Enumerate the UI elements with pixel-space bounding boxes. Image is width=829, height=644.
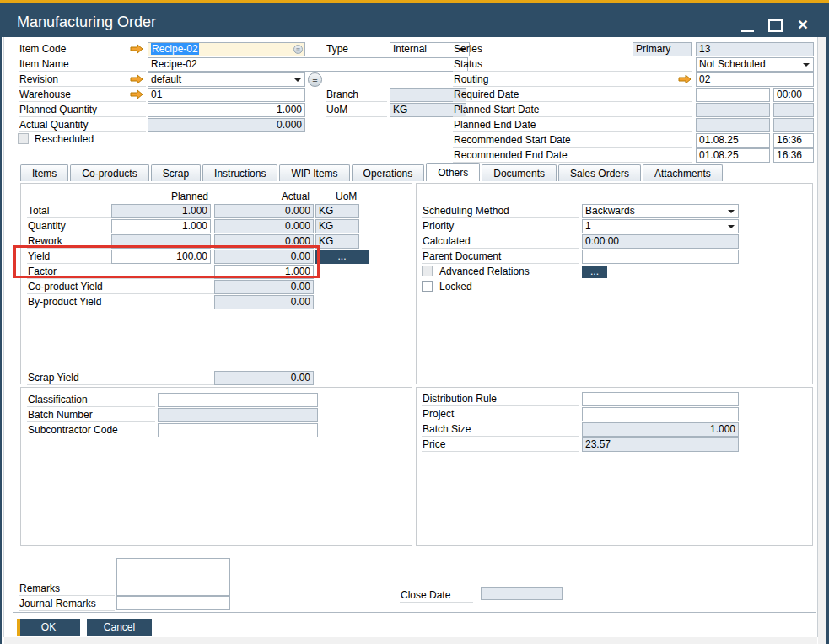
planned-end-date-label: Planned End Date [453, 118, 692, 132]
routing-label: Routing [453, 72, 692, 87]
minimize-button[interactable] [739, 17, 757, 34]
tab-instructions[interactable]: Instructions [202, 164, 277, 181]
actual-quantity-label: Actual Quantity [19, 118, 146, 132]
window-gutter-right [818, 37, 826, 644]
tab-documents[interactable]: Documents [482, 164, 557, 181]
tab-operations[interactable]: Operations [352, 164, 425, 181]
close-button[interactable]: ✕ [794, 17, 812, 34]
red-highlight-annotation [13, 245, 320, 278]
recommended-end-date-input[interactable]: 01.08.25 [696, 148, 770, 163]
link-arrow-icon[interactable] [130, 44, 143, 54]
actual-quantity-field: 0.000 [148, 118, 305, 132]
revision-edit-button[interactable]: ≡ [308, 72, 322, 87]
recommended-start-time-input[interactable]: 16:36 [773, 133, 814, 148]
tab-sales-orders[interactable]: Sales Orders [558, 164, 641, 181]
planned-end-time-field [773, 118, 814, 132]
required-date-input[interactable] [696, 88, 770, 102]
series-number-field: 13 [696, 42, 814, 56]
tab-co-products[interactable]: Co-products [70, 164, 148, 181]
revision-label: Revision [19, 72, 146, 87]
series-label: Series [453, 42, 630, 56]
required-time-input[interactable]: 00:00 [773, 88, 814, 102]
type-label: Type [326, 42, 387, 56]
recommended-end-date-label: Recommended End Date [453, 148, 692, 163]
window-gutter-bottom [4, 637, 817, 644]
window-inner-line-left [3, 37, 4, 637]
rescheduled-label: Rescheduled [35, 132, 94, 146]
tab-strip: Items Co-products Scrap Instructions WIP… [20, 163, 724, 181]
branch-label: Branch [326, 88, 387, 102]
tab-others[interactable]: Others [426, 163, 480, 181]
link-arrow-icon[interactable] [130, 89, 143, 99]
planned-start-date-label: Planned Start Date [453, 103, 692, 117]
tab-scrap[interactable]: Scrap [151, 164, 201, 181]
recommended-start-date-label: Recommended Start Date [453, 133, 692, 148]
window-border-left [0, 37, 2, 644]
item-code-selected-text: Recipe-02 [151, 43, 199, 55]
item-code-label: Item Code [19, 42, 146, 56]
recommended-start-date-input[interactable]: 01.08.25 [696, 133, 770, 148]
status-label: Status [453, 57, 692, 72]
recommended-end-time-input[interactable]: 16:36 [773, 148, 814, 163]
link-arrow-icon[interactable] [678, 74, 692, 84]
item-name-input[interactable]: Recipe-02 [148, 57, 468, 72]
manufacturing-order-window: Manufacturing Order ✕ Item Code Recipe-0… [0, 0, 829, 644]
ok-button-accent-stripe [17, 619, 20, 636]
window-title: Manufacturing Order [17, 13, 156, 31]
planned-start-time-field [773, 103, 814, 117]
link-arrow-icon[interactable] [130, 74, 143, 84]
required-date-label: Required Date [453, 88, 692, 102]
ok-button[interactable]: OK [17, 619, 80, 636]
maximize-icon [768, 19, 783, 32]
status-value: Not Scheduled [699, 58, 766, 70]
warehouse-label: Warehouse [19, 88, 146, 102]
tab-wip-items[interactable]: WIP Items [279, 164, 349, 181]
dropdown-arrow-icon [803, 63, 810, 67]
planned-end-date-field [696, 118, 770, 132]
series-name-field: Primary [633, 42, 692, 56]
minimize-icon [741, 30, 754, 32]
ok-button-label: OK [41, 621, 56, 633]
revision-value: default [151, 73, 181, 85]
tab-items[interactable]: Items [20, 164, 68, 181]
maximize-button[interactable] [767, 17, 785, 34]
uom-label: UoM [326, 103, 387, 117]
item-name-label: Item Name [19, 57, 146, 72]
status-dropdown[interactable]: Not Scheduled [696, 57, 814, 72]
type-value: Internal [393, 43, 427, 55]
planned-start-date-field [696, 103, 770, 117]
title-bar[interactable]: Manufacturing Order ✕ [0, 3, 829, 37]
item-code-input[interactable]: Recipe-02 ≡ [148, 42, 305, 56]
planned-quantity-input[interactable]: 1.000 [148, 103, 305, 117]
tab-attachments[interactable]: Attachments [643, 164, 723, 181]
warehouse-input[interactable]: 01 [148, 88, 305, 102]
dropdown-arrow-icon [294, 78, 301, 82]
choose-from-list-icon[interactable]: ≡ [293, 45, 303, 54]
cancel-button[interactable]: Cancel [87, 619, 152, 636]
planned-quantity-label: Planned Quantity [19, 103, 146, 117]
revision-dropdown[interactable]: default [148, 72, 305, 87]
routing-input[interactable]: 02 [696, 72, 814, 87]
rescheduled-checkbox[interactable] [18, 133, 29, 144]
